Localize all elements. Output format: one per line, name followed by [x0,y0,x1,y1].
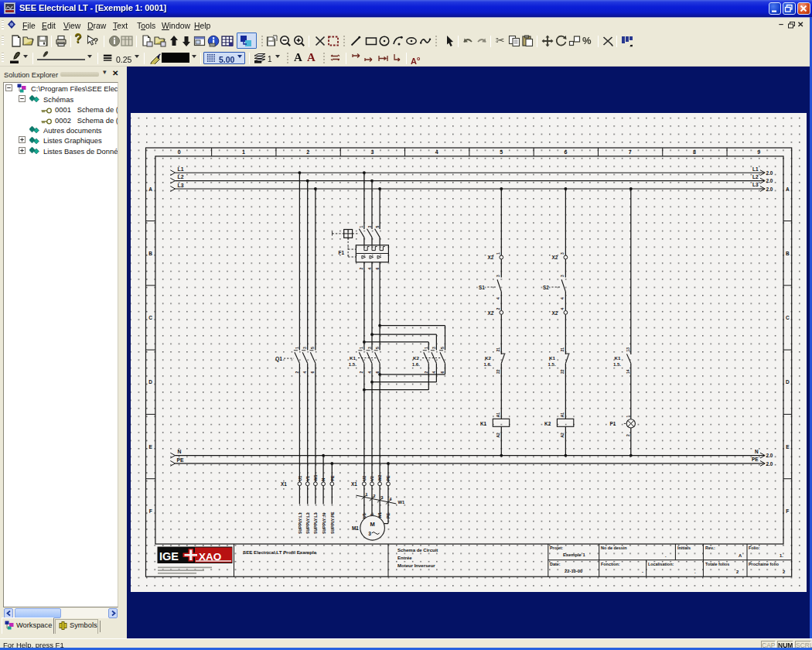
svg-text:5: 5 [440,347,445,349]
svg-text:Projet:: Projet: [550,546,563,550]
svg-text:L3: L3 [178,183,184,188]
svg-text:K1: K1 [480,421,487,426]
svg-text:X2: X2 [488,310,494,316]
svg-text:No de dessin: No de dessin [601,546,627,550]
svg-text:2: 2 [424,371,428,374]
svg-text:PE: PE [752,457,759,462]
svg-text:1: 1 [365,492,367,497]
svg-text:1.: 1. [780,553,783,558]
svg-text:6: 6 [375,268,380,270]
svg-text:SUPPLY:L3: SUPPLY:L3 [313,512,318,534]
svg-text:A2: A2 [560,433,565,438]
svg-text:3: 3 [560,275,565,277]
svg-text:1.6.: 1.6. [484,362,492,367]
svg-text:SUPPLY:L2: SUPPLY:L2 [305,512,310,534]
svg-text:14: 14 [626,369,630,374]
svg-text:3: 3 [432,347,436,349]
svg-text:1.6.: 1.6. [412,362,420,367]
svg-text:Q1: Q1 [275,356,282,362]
svg-text:21: 21 [496,347,500,352]
svg-text:7: 7 [629,149,632,155]
svg-text:Folio:: Folio: [749,546,760,550]
svg-text:?: ? [94,36,99,46]
svg-text:IGE: IGE [159,550,179,563]
svg-text:1: 1 [359,226,363,228]
svg-text:W1: W1 [398,500,405,505]
svg-text:22-10-00: 22-10-00 [565,569,582,573]
svg-text:A: A [148,186,152,192]
svg-text:F1: F1 [339,250,345,255]
svg-text:3: 3 [560,252,565,255]
svg-text:K2: K2 [485,355,491,361]
svg-text:2.0: 2.0 [766,186,773,192]
svg-text:K2: K2 [544,421,551,426]
svg-text:F: F [149,508,152,514]
svg-text:Totale folios: Totale folios [705,562,729,566]
svg-text:1.5.: 1.5. [349,362,357,367]
svg-text:5: 5 [310,347,315,349]
svg-text:D: D [786,379,790,385]
svg-text:X2: X2 [552,255,558,260]
svg-text:6: 6 [375,371,380,374]
svg-text:L2: L2 [178,174,184,180]
svg-text:1.5.: 1.5. [613,362,621,367]
svg-text:3: 3 [302,347,307,349]
svg-text:M1: M1 [352,525,359,531]
svg-text:K1: K1 [350,355,356,361]
svg-text:V2: V2 [370,476,374,481]
svg-text:2: 2 [626,434,630,436]
svg-text:-: - [642,570,643,574]
svg-text:2: 2 [359,371,363,374]
svg-text:4: 4 [435,149,438,155]
svg-text:K1: K1 [615,355,621,361]
svg-text:A: A [786,186,790,192]
svg-text:1: 1 [424,347,428,349]
svg-text:K2: K2 [413,355,419,361]
svg-text:Rev.:: Rev.: [705,546,715,550]
svg-text:L2: L2 [752,174,759,180]
svg-text:Entrée: Entrée [397,556,412,560]
svg-text:4: 4 [560,307,565,310]
svg-text:Date:: Date: [550,562,561,566]
svg-text:1.5.: 1.5. [548,362,556,367]
svg-text:3: 3 [381,495,384,500]
svg-text:0: 0 [178,149,181,155]
svg-text:2.0: 2.0 [766,461,773,467]
svg-text:6: 6 [440,371,445,374]
svg-text:V1: V1 [305,476,310,481]
svg-text:9: 9 [757,149,760,155]
svg-text:P1: P1 [610,421,616,426]
svg-text:X1: X1 [351,481,357,487]
svg-text:2: 2 [783,570,785,574]
svg-text:Initials: Initials [677,546,691,550]
svg-text:4: 4 [432,371,436,374]
svg-text:2: 2 [359,268,363,270]
svg-text:22: 22 [560,369,565,374]
svg-text:U2: U2 [362,476,367,481]
svg-text:S2: S2 [543,285,549,290]
svg-text:2: 2 [496,307,500,310]
svg-text:Localisation:: Localisation: [648,562,674,566]
svg-text:3: 3 [367,347,372,349]
svg-text:5: 5 [375,226,380,228]
svg-text:3: 3 [368,531,371,536]
svg-text:K1: K1 [549,355,555,361]
svg-text:4: 4 [367,371,372,374]
svg-text:W1: W1 [313,475,318,481]
svg-text:SUPPLY:PE: SUPPLY:PE [330,511,335,534]
svg-text:X1: X1 [281,481,287,487]
svg-text:F: F [786,508,789,514]
svg-text:2.0: 2.0 [766,170,773,176]
svg-text:A2: A2 [496,433,500,438]
svg-text:5: 5 [375,347,380,349]
svg-text:E: E [149,444,153,450]
svg-text:4: 4 [496,297,500,299]
svg-text:X2: X2 [552,310,558,316]
svg-text:U1: U1 [298,476,302,481]
svg-text:SUPPLY:L1: SUPPLY:L1 [298,512,302,534]
svg-text:Schema de Circuit: Schema de Circuit [397,548,438,552]
svg-text:M: M [370,521,374,528]
svg-text:3: 3 [367,226,372,228]
svg-text:4: 4 [560,297,565,299]
svg-text:1: 1 [242,149,245,155]
